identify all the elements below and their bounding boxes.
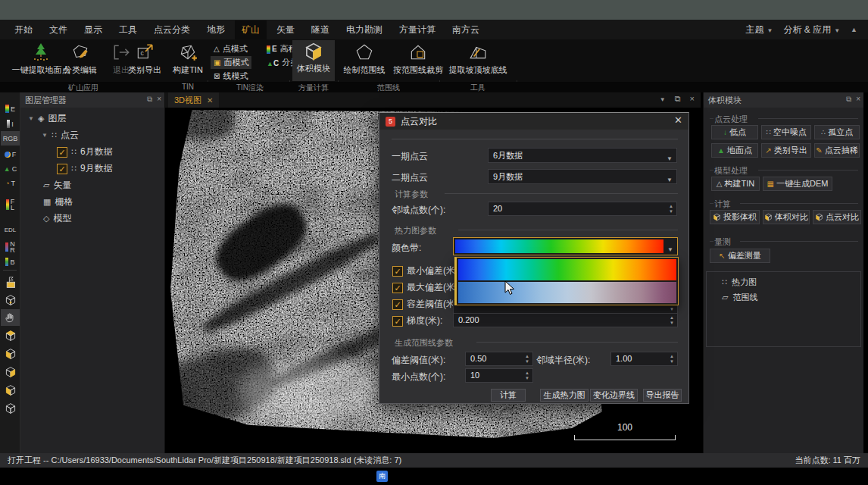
extract-slope-lines-button[interactable]: 提取坡顶坡底线 <box>442 42 514 76</box>
view-top-cube-icon[interactable] <box>1 327 20 344</box>
pointcloud-compare-button[interactable]: 点云对比 <box>813 210 861 224</box>
menu-volume-calc[interactable]: 方量计算 <box>392 20 442 39</box>
volume-module-button[interactable]: 体积模块 <box>292 40 335 81</box>
taskbar-app-icon[interactable]: 南 <box>376 471 388 482</box>
collapse-ribbon-button[interactable]: ▲ <box>851 26 857 33</box>
spinner-icon[interactable]: ▲▼ <box>523 354 531 365</box>
fl-render-icon[interactable]: F L <box>1 191 20 218</box>
tree-node-pointcloud[interactable]: ▼ ∷ 点云 <box>42 129 79 142</box>
chevron-expanded-icon[interactable]: ▼ <box>42 132 48 139</box>
export-report-button[interactable]: 导出报告 <box>643 389 682 402</box>
tree-node-layers[interactable]: ▼ ◈ 图层 <box>28 112 66 125</box>
tab-3d-view[interactable]: 3D视图 ✕ <box>168 92 219 108</box>
float-window-icon[interactable]: ⧉ <box>675 94 681 104</box>
spinner-icon[interactable]: ▲▼ <box>668 354 676 365</box>
gradient-input[interactable]: 0.200▲▼ <box>453 313 678 327</box>
menu-tools[interactable]: 工具 <box>112 20 144 39</box>
low-points-button[interactable]: ↓低点 <box>711 125 758 139</box>
menu-terrain[interactable]: 地形 <box>200 20 232 39</box>
colorband-option-muted[interactable] <box>458 282 676 303</box>
close-panel-icon[interactable]: × <box>856 95 860 104</box>
class-export-button[interactable]: ↗类别导出 <box>761 143 811 158</box>
face-mode-button[interactable]: ▣ 面模式 <box>211 56 251 69</box>
view-left-cube-icon[interactable] <box>1 364 20 380</box>
deviation-threshold-input[interactable]: 0.50▲▼ <box>465 352 533 366</box>
intensity-render-icon[interactable]: I <box>1 117 20 131</box>
close-window-icon[interactable]: × <box>690 94 695 104</box>
tree-node-dataset-september[interactable]: ✓ ∷ 9月数据 <box>57 162 113 175</box>
thin-pointcloud-button[interactable]: ✎点云抽稀 <box>814 143 860 158</box>
checkbox-checked[interactable]: ✓ <box>392 299 403 310</box>
fusion-render-icon[interactable]: F <box>1 147 20 161</box>
spinner-icon[interactable]: ▲▼ <box>523 371 531 381</box>
neighbor-radius-input[interactable]: 1.00▲▼ <box>610 352 678 366</box>
menu-file[interactable]: 文件 <box>42 20 74 39</box>
build-tin-button[interactable]: 构建TIN <box>168 42 208 76</box>
spinner-icon[interactable]: ▲▼ <box>667 204 675 214</box>
view-right-cube-icon[interactable] <box>1 382 20 399</box>
draw-boundary-button[interactable]: 绘制范围线 <box>341 42 388 76</box>
ground-points-button[interactable]: ▲地面点 <box>711 143 758 158</box>
menu-start[interactable]: 开始 <box>8 20 39 39</box>
generate-dem-button[interactable]: ▦一键生成DEM <box>763 177 832 191</box>
min-points-input[interactable]: 10▲▼ <box>465 368 533 383</box>
view-back-cube-icon[interactable] <box>1 400 20 417</box>
rgb-render-icon[interactable]: RGB <box>1 131 20 146</box>
menu-display[interactable]: 显示 <box>77 20 109 39</box>
result-boundary-item[interactable]: ▱范围线 <box>722 292 757 303</box>
colorband-select[interactable]: ▼ <box>453 237 678 255</box>
air-noise-button[interactable]: ∷空中噪点 <box>761 125 811 139</box>
view-cube-tool-icon[interactable] <box>1 292 20 308</box>
close-panel-icon[interactable]: × <box>157 95 161 104</box>
generate-heatmap-button[interactable]: 生成热力图 <box>540 389 589 402</box>
close-tab-icon[interactable]: ✕ <box>207 96 213 105</box>
checkbox-checked[interactable]: ✓ <box>392 283 403 293</box>
flag-box-tool-icon[interactable] <box>1 274 20 291</box>
float-panel-icon[interactable]: ⧉ <box>846 95 851 104</box>
build-tin-button[interactable]: △构建TIN <box>711 177 760 191</box>
tree-node-model[interactable]: ◇ 模型 <box>43 212 71 225</box>
class-render-icon[interactable]: ▲C <box>1 161 20 176</box>
spinner-icon[interactable]: ▲▼ <box>668 315 676 326</box>
nr-render-icon[interactable]: N R <box>1 239 20 254</box>
checkbox-checked[interactable]: ✓ <box>392 266 403 277</box>
tree-node-dataset-june[interactable]: ✓ ∷ 6月数据 <box>57 146 113 158</box>
checkbox-checked[interactable]: ✓ <box>392 316 403 327</box>
volume-compare-button[interactable]: 体积对比 <box>763 210 810 224</box>
close-dialog-icon[interactable]: ✕ <box>674 114 682 126</box>
calculate-button[interactable]: 计算 <box>491 389 526 402</box>
menu-pointcloud-classify[interactable]: 点云分类 <box>147 20 197 39</box>
colorband-option-rainbow[interactable] <box>458 259 676 280</box>
class-export-button[interactable]: c 类别导出 <box>123 42 167 76</box>
projected-volume-button[interactable]: 投影体积 <box>710 210 760 224</box>
float-panel-icon[interactable]: ⧉ <box>147 95 152 104</box>
time-render-icon[interactable]: ◔T <box>1 176 20 190</box>
isolated-points-button[interactable]: ∴孤立点 <box>814 125 860 139</box>
theme-menu[interactable]: 主题▼ <box>746 23 773 36</box>
checkbox-checked[interactable]: ✓ <box>57 164 67 174</box>
result-heatmap-item[interactable]: ∷热力图 <box>722 277 757 288</box>
menu-south-cloud[interactable]: 南方云 <box>445 20 486 39</box>
point-mode-button[interactable]: △ 点模式 <box>211 42 251 55</box>
chevron-expanded-icon[interactable]: ▼ <box>28 115 34 122</box>
menu-vector[interactable]: 矢量 <box>270 20 301 39</box>
line-mode-button[interactable]: ⊠ 线模式 <box>211 70 251 83</box>
dialog-titlebar[interactable]: 5 点云对比 ✕ <box>379 113 688 130</box>
chevron-down-icon[interactable]: ▼ <box>660 94 666 104</box>
elevation-render-icon[interactable]: E <box>1 102 20 116</box>
phase2-select[interactable]: 9月数据▼ <box>488 169 677 184</box>
view-front-cube-icon[interactable] <box>1 346 20 362</box>
tree-node-vector[interactable]: ▱ 矢量 <box>43 179 71 192</box>
menu-power-survey[interactable]: 电力勘测 <box>339 20 389 39</box>
edl-render-icon[interactable]: EDL <box>1 223 20 237</box>
change-boundary-button[interactable]: 变化边界线 <box>590 389 638 402</box>
menu-tunnel[interactable]: 隧道 <box>304 20 336 39</box>
neighbor-count-input[interactable]: 20▲▼ <box>488 202 677 216</box>
pan-hand-tool-icon[interactable] <box>1 309 20 326</box>
menu-mining[interactable]: 矿山 <box>235 20 267 39</box>
phase1-select[interactable]: 6月数据▼ <box>488 148 677 163</box>
deviation-measure-button[interactable]: ↖偏差测量 <box>710 249 770 263</box>
tree-node-raster[interactable]: ▦ 栅格 <box>43 196 73 208</box>
analysis-app-menu[interactable]: 分析 & 应用▼ <box>783 23 840 36</box>
b-render-icon[interactable]: B <box>1 255 20 269</box>
